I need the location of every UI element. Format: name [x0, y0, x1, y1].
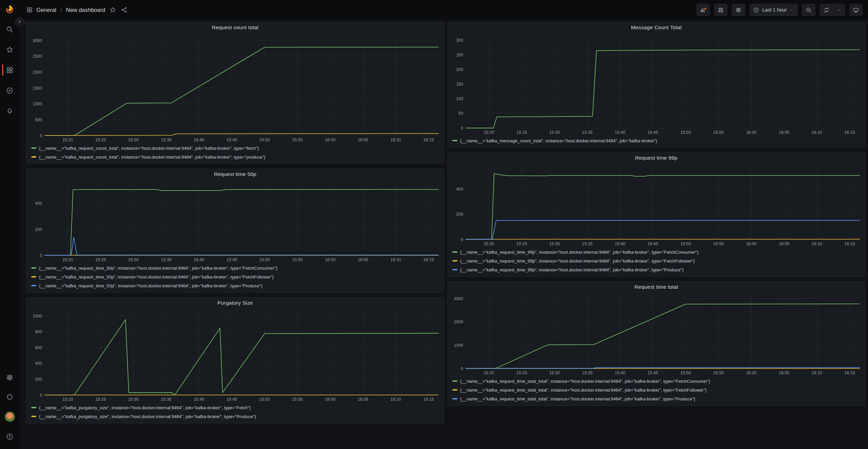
svg-text:16:15: 16:15 — [844, 371, 855, 375]
svg-text:16:10: 16:10 — [812, 241, 822, 246]
legend-item[interactable]: {__name__="kafka_purgatory_size", instan… — [31, 403, 444, 412]
svg-text:2500: 2500 — [33, 54, 42, 59]
svg-text:15:40: 15:40 — [615, 371, 625, 375]
svg-text:15:20: 15:20 — [62, 397, 73, 402]
breadcrumb-folder[interactable]: General — [36, 7, 56, 13]
dashboard-settings-icon — [735, 7, 742, 13]
svg-text:15:25: 15:25 — [95, 257, 106, 262]
svg-text:3000: 3000 — [33, 38, 42, 43]
series-label: {__name__="kafka_request_time_99p", inst… — [460, 258, 695, 264]
svg-text:16:05: 16:05 — [358, 397, 368, 402]
svg-text:15:50: 15:50 — [680, 241, 691, 246]
svg-text:15:50: 15:50 — [259, 138, 270, 142]
svg-text:15:30: 15:30 — [128, 257, 139, 262]
svg-text:300: 300 — [456, 38, 463, 43]
panel-title[interactable]: Request time total — [448, 282, 865, 292]
legend-item[interactable]: {__name__="kafka_request_time_99p", inst… — [452, 265, 865, 274]
save-dashboard-button[interactable] — [714, 4, 727, 16]
time-series-chart[interactable]: 15:2015:2515:3015:3515:4015:4515:5015:55… — [450, 163, 863, 248]
svg-text:15:30: 15:30 — [549, 130, 560, 135]
grafana-logo[interactable] — [0, 0, 19, 19]
svg-text:16:15: 16:15 — [844, 130, 855, 135]
svg-text:15:55: 15:55 — [292, 397, 303, 402]
legend-item[interactable]: {__name__="kafka_request_time_99p", inst… — [452, 256, 865, 265]
svg-text:16:05: 16:05 — [779, 371, 789, 375]
sidebar-item-server-admin[interactable] — [0, 387, 19, 407]
share-dashboard-button[interactable] — [120, 6, 128, 14]
chart-area: 15:2015:2515:3015:3515:4015:4515:5015:55… — [26, 308, 444, 403]
legend-item[interactable]: {__name__="kafka_request_time_total_tota… — [452, 377, 865, 385]
series-color-swatch — [31, 416, 36, 417]
clock-button[interactable]: Last 1 hour — [749, 4, 798, 16]
add-panel-button[interactable] — [697, 4, 710, 16]
series-label: {__name__="kafka_request_time_total_tota… — [460, 388, 707, 393]
legend-item[interactable]: {__name__="kafka_request_count_total", i… — [31, 152, 444, 161]
svg-text:?: ? — [8, 434, 11, 438]
svg-text:1000: 1000 — [454, 343, 463, 348]
dashboards-icon — [6, 66, 14, 74]
breadcrumb-dashboard[interactable]: New dashboard — [66, 7, 105, 13]
legend-item[interactable]: {__name__="kafka_request_time_50p", inst… — [31, 281, 444, 290]
grafana-flame-icon — [4, 4, 15, 15]
sidebar-item-configuration[interactable] — [0, 367, 19, 387]
sidebar-item-help[interactable]: ? — [0, 427, 19, 446]
sidebar-item-dashboards[interactable] — [0, 60, 19, 80]
legend-item[interactable]: {__name__="kafka_purgatory_size", instan… — [31, 412, 444, 421]
svg-text:0: 0 — [461, 237, 463, 242]
legend-item[interactable]: {__name__="kafka_request_time_total_tota… — [452, 394, 865, 403]
series-label: {__name__="kafka_request_time_total_tota… — [460, 379, 710, 384]
svg-text:200: 200 — [35, 227, 42, 232]
clock-icon — [753, 7, 759, 13]
refresh-button[interactable] — [820, 4, 845, 16]
time-series-chart[interactable]: 15:2015:2515:3015:3515:4015:4515:5015:55… — [29, 180, 442, 264]
svg-text:1000: 1000 — [33, 102, 42, 106]
panel-request-time-50p: Request time 50p15:2015:2515:3015:3515:4… — [26, 168, 444, 293]
series-color-swatch — [452, 398, 457, 399]
svg-text:16:10: 16:10 — [391, 397, 401, 402]
dashboard-settings-button[interactable] — [732, 4, 745, 16]
panel-purgatory-size: Purgatory Size15:2015:2515:3015:3515:401… — [26, 297, 444, 424]
svg-text:0: 0 — [40, 393, 42, 398]
panel-title[interactable]: Request time 50p — [26, 169, 444, 180]
kiosk-mode-icon — [853, 7, 859, 13]
sidebar-item-alerting[interactable] — [0, 101, 19, 121]
legend-item[interactable]: {__name__="kafka_request_time_50p", inst… — [31, 272, 444, 281]
legend-item[interactable]: {__name__="kafka_request_time_total_tota… — [452, 385, 865, 394]
panel-title[interactable]: Purgatory Size — [26, 298, 444, 308]
sidebar-item-starred[interactable] — [0, 39, 19, 60]
panel-title[interactable]: Message Count Total — [448, 22, 865, 33]
sidebar-expand-button[interactable] — [15, 17, 24, 26]
time-series-chart[interactable]: 15:2015:2515:3015:3515:4015:4515:5015:55… — [29, 308, 442, 403]
legend-item[interactable]: {__name__="kafka_message_count_total", i… — [452, 136, 865, 145]
series-label: {__name__="kafka_request_count_total", i… — [39, 155, 265, 160]
legend: {__name__="kafka_request_time_50p", inst… — [26, 264, 444, 290]
time-series-chart[interactable]: 15:2015:2515:3015:3515:4015:4515:5015:55… — [450, 33, 863, 136]
panel-title[interactable]: Request count total — [26, 22, 444, 33]
svg-text:15:25: 15:25 — [95, 397, 106, 402]
legend-item[interactable]: {__name__="kafka_request_count_total", i… — [31, 144, 444, 152]
svg-text:16:15: 16:15 — [423, 257, 434, 262]
kiosk-mode-button[interactable] — [849, 4, 863, 16]
panel-request-count-total: Request count total15:2015:2515:3015:351… — [26, 22, 444, 164]
dashboards-icon — [26, 6, 33, 13]
svg-text:16:00: 16:00 — [746, 130, 757, 135]
svg-text:15:20: 15:20 — [484, 130, 494, 135]
star-dashboard-button[interactable] — [109, 6, 117, 14]
sidebar-item-explore[interactable] — [0, 80, 19, 101]
panel-title[interactable]: Request time 99p — [448, 152, 865, 163]
save-dashboard-icon — [718, 7, 724, 13]
time-series-chart[interactable]: 15:2015:2515:3015:3515:4015:4515:5015:55… — [29, 33, 442, 144]
legend: {__name__="kafka_purgatory_size", instan… — [26, 403, 444, 421]
svg-text:16:15: 16:15 — [423, 397, 434, 402]
svg-text:16:05: 16:05 — [779, 241, 789, 246]
sidebar-item-user-avatar[interactable] — [0, 407, 19, 427]
time-series-chart[interactable]: 15:2015:2515:3015:3515:4015:4515:5015:55… — [450, 292, 863, 377]
zoom-out-button[interactable] — [802, 4, 815, 16]
svg-text:15:55: 15:55 — [713, 130, 724, 135]
svg-text:16:00: 16:00 — [325, 138, 336, 142]
legend-item[interactable]: {__name__="kafka_request_time_99p", inst… — [452, 248, 865, 256]
svg-text:15:20: 15:20 — [62, 257, 73, 262]
grafana-app: ? General / New dashboard Last 1 hour Re… — [0, 0, 868, 449]
svg-text:15:40: 15:40 — [194, 257, 204, 262]
legend-item[interactable]: {__name__="kafka_request_time_50p", inst… — [31, 264, 444, 272]
